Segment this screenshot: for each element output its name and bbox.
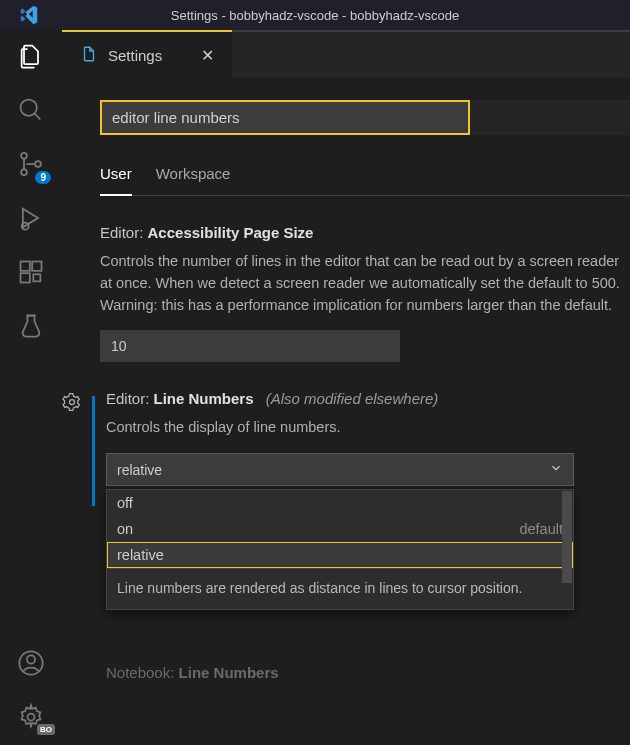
settings-file-icon: [80, 45, 98, 66]
setting-notebook-line-numbers: Notebook: Line Numbers: [100, 664, 630, 681]
line-numbers-dropdown: off on default relative Line numbers are…: [106, 489, 574, 610]
dropdown-scrollbar[interactable]: [562, 491, 572, 583]
window-title: Settings - bobbyhadz-vscode - bobbyhadz-…: [171, 8, 459, 23]
title-bar: Settings - bobbyhadz-vscode - bobbyhadz-…: [0, 0, 630, 30]
dropdown-option-relative[interactable]: relative: [107, 542, 573, 568]
svg-line-1: [35, 114, 41, 120]
setting-accessibility-page-size: Editor: Accessibility Page Size Controls…: [100, 224, 630, 390]
setting-line-numbers: Editor: Line Numbers (Also modified else…: [100, 390, 630, 514]
extensions-icon[interactable]: [15, 256, 47, 288]
setting-name: Accessibility Page Size: [148, 224, 314, 241]
svg-point-0: [21, 100, 37, 116]
accessibility-page-size-input[interactable]: [100, 330, 400, 362]
dropdown-option-description: Line numbers are rendered as distance in…: [107, 568, 573, 609]
dropdown-option-on[interactable]: on default: [107, 516, 573, 542]
scope-tabs: User Workspace: [100, 155, 630, 196]
svg-point-12: [27, 655, 35, 663]
setting-description: Controls the display of line numbers.: [106, 417, 630, 439]
svg-rect-9: [33, 274, 40, 281]
explorer-icon[interactable]: [15, 40, 47, 72]
search-filter-area[interactable]: [470, 100, 630, 135]
tab-settings[interactable]: Settings ✕: [62, 30, 232, 78]
setting-category: Editor:: [106, 390, 149, 407]
source-control-icon[interactable]: 9: [15, 148, 47, 180]
close-icon[interactable]: ✕: [201, 46, 214, 65]
setting-modified-hint: (Also modified elsewhere): [266, 390, 439, 407]
select-value: relative: [117, 462, 162, 478]
svg-rect-6: [21, 262, 30, 271]
scope-tab-user[interactable]: User: [100, 155, 132, 196]
settings-badge: BO: [37, 724, 55, 735]
settings-search-input[interactable]: [100, 100, 470, 135]
setting-description: Controls the number of lines in the edit…: [100, 251, 630, 316]
source-control-badge: 9: [35, 171, 51, 184]
dropdown-option-off[interactable]: off: [107, 490, 573, 516]
testing-icon[interactable]: [15, 310, 47, 342]
vscode-logo-icon: [18, 4, 40, 29]
svg-rect-8: [21, 273, 30, 282]
modified-indicator: [92, 396, 95, 506]
settings-gear-icon[interactable]: BO: [15, 701, 47, 733]
setting-name: Line Numbers: [154, 390, 254, 407]
accounts-icon[interactable]: [15, 647, 47, 679]
run-debug-icon[interactable]: [15, 202, 47, 234]
tab-bar: Settings ✕: [62, 30, 630, 78]
setting-category: Editor:: [100, 224, 143, 241]
search-icon[interactable]: [15, 94, 47, 126]
scope-tab-workspace[interactable]: Workspace: [156, 155, 231, 195]
svg-point-2: [21, 153, 27, 159]
editor-area: Settings ✕ User Workspace Editor: Access…: [62, 30, 630, 745]
tab-title: Settings: [108, 47, 162, 64]
svg-point-14: [70, 400, 75, 405]
activity-bar: 9 BO: [0, 30, 62, 745]
line-numbers-select[interactable]: relative: [106, 453, 574, 486]
setting-action-gear-icon[interactable]: [62, 392, 82, 415]
svg-point-4: [35, 161, 41, 167]
chevron-down-icon: [549, 461, 563, 478]
svg-point-13: [28, 714, 35, 721]
svg-point-3: [21, 169, 27, 175]
svg-rect-7: [32, 262, 41, 271]
settings-editor: User Workspace Editor: Accessibility Pag…: [62, 78, 630, 745]
